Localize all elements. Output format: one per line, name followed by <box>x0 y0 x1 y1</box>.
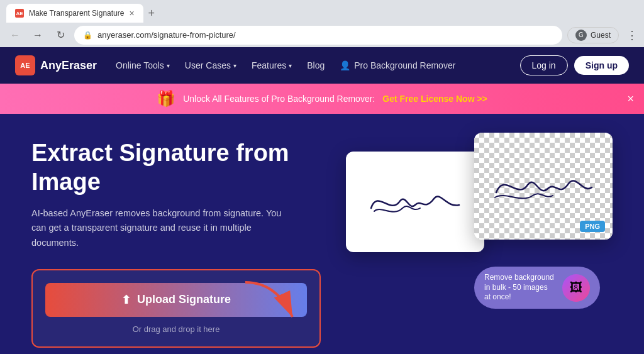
lock-icon: 🔒 <box>83 31 92 40</box>
user-cases-chevron-icon: ▾ <box>233 62 236 69</box>
tab-favicon: AE <box>15 9 24 18</box>
back-button[interactable]: ← <box>6 26 24 44</box>
nav-actions: Log in Sign up <box>520 55 629 75</box>
hero-title: Extract Signature from Image <box>31 139 321 196</box>
address-bar[interactable]: 🔒 anyeraser.com/signature-from-picture/ <box>74 26 562 45</box>
banner-text: Unlock All Features of Pro Background Re… <box>183 94 375 104</box>
browser-tabs: AE Make Transparent Signature × + <box>0 0 644 23</box>
website-content: AE AnyEraser Online Tools ▾ User Cases ▾… <box>0 47 644 354</box>
new-tab-button[interactable]: + <box>143 7 160 20</box>
features-chevron-icon: ▾ <box>289 62 292 69</box>
arrow-icon <box>239 276 302 326</box>
bulk-remove-badge[interactable]: Remove background in bulk - 50 images at… <box>474 267 600 309</box>
profile-button[interactable]: G Guest <box>567 27 619 43</box>
nav-links: Online Tools ▾ User Cases ▾ Features ▾ B… <box>109 57 519 74</box>
nav-features[interactable]: Features ▾ <box>245 57 298 74</box>
tab-close-button[interactable]: × <box>129 8 134 18</box>
png-badge: PNG <box>580 221 605 232</box>
browser-chrome: AE Make Transparent Signature × + ← → ↻ … <box>0 0 644 47</box>
url-text: anyeraser.com/signature-from-picture/ <box>97 30 236 40</box>
login-button[interactable]: Log in <box>520 55 568 75</box>
arrow-container <box>239 276 302 329</box>
active-tab[interactable]: AE Make Transparent Signature × <box>6 4 143 23</box>
hero-description: AI-based AnyEraser removes background fr… <box>31 206 283 250</box>
promo-banner: 🎁 Unlock All Features of Pro Background … <box>0 84 644 114</box>
bulk-remove-text: Remove background in bulk - 50 images at… <box>484 273 555 302</box>
nav-pro-bg-remover[interactable]: 👤 Pro Background Remover <box>333 57 462 74</box>
site-navigation: AE AnyEraser Online Tools ▾ User Cases ▾… <box>0 47 644 84</box>
checker-background: PNG <box>474 133 613 240</box>
logo-area[interactable]: AE AnyEraser <box>15 55 97 75</box>
logo-text: AnyEraser <box>40 59 97 72</box>
refresh-button[interactable]: ↻ <box>52 26 69 44</box>
hero-section: Extract Signature from Image AI-based An… <box>0 114 644 354</box>
upload-button-label: Upload Signature <box>137 293 231 306</box>
online-tools-chevron-icon: ▾ <box>167 62 170 69</box>
nav-user-cases[interactable]: User Cases ▾ <box>179 57 243 74</box>
pro-icon: 👤 <box>340 60 350 70</box>
logo-icon: AE <box>15 55 35 75</box>
features-label: Features <box>252 60 286 70</box>
signup-button[interactable]: Sign up <box>574 56 629 75</box>
blog-label: Blog <box>307 60 325 70</box>
nav-online-tools[interactable]: Online Tools ▾ <box>109 57 176 74</box>
upload-icon: ⬆ <box>121 293 131 307</box>
hero-right-content: PNG Remove background in bulk - 50 image… <box>346 133 613 321</box>
signature-original-svg <box>365 177 465 227</box>
bulk-icon-image: 🖼 <box>570 280 582 295</box>
signature-card-original <box>346 152 484 252</box>
signature-transparent-svg <box>490 161 597 211</box>
banner-cta-link[interactable]: Get Free License Now >> <box>382 94 487 104</box>
browser-menu-button[interactable]: ⋮ <box>626 28 638 42</box>
nav-blog[interactable]: Blog <box>301 57 331 74</box>
banner-close-button[interactable]: × <box>627 92 634 106</box>
hero-left-content: Extract Signature from Image AI-based An… <box>31 139 321 348</box>
tab-title: Make Transparent Signature <box>29 9 124 18</box>
online-tools-label: Online Tools <box>116 60 164 70</box>
pro-label: Pro Background Remover <box>354 60 455 70</box>
gift-icon: 🎁 <box>157 90 175 108</box>
forward-button[interactable]: → <box>29 26 47 44</box>
signature-card-transparent: PNG <box>474 133 613 240</box>
browser-controls: ← → ↻ 🔒 anyeraser.com/signature-from-pic… <box>0 23 644 47</box>
profile-icon: G <box>575 30 587 41</box>
user-cases-label: User Cases <box>185 60 231 70</box>
profile-label: Guest <box>591 31 611 40</box>
bulk-remove-icon: 🖼 <box>562 274 590 302</box>
